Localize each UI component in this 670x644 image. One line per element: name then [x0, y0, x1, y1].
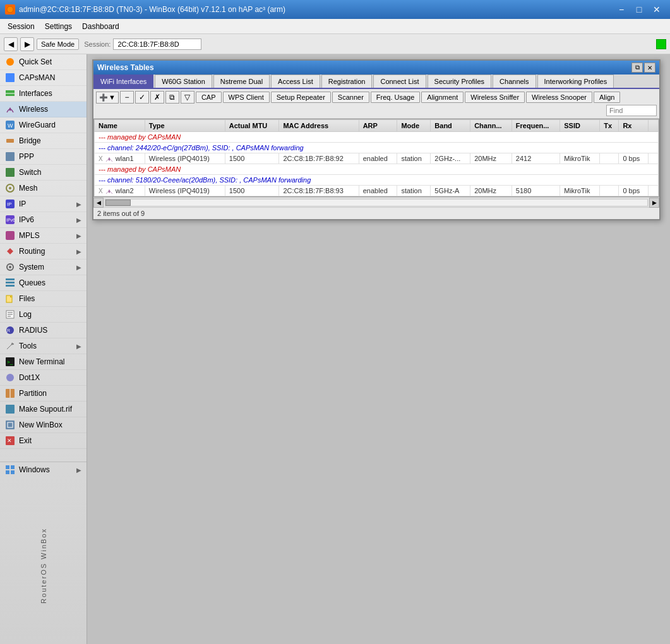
tab-interworking-profiles[interactable]: Interworking Profiles: [537, 75, 614, 88]
table-row[interactable]: --- managed by CAPsMAN: [95, 132, 659, 143]
cell-arp-wlan1: enabled: [359, 153, 397, 164]
alignment-btn[interactable]: Alignment: [421, 92, 464, 103]
sidebar-item-ip[interactable]: IP IP ▶: [0, 196, 87, 212]
sidebar-item-interfaces[interactable]: Interfaces: [0, 86, 87, 102]
menu-session[interactable]: Session: [3, 21, 40, 32]
remove-btn[interactable]: −: [120, 91, 134, 104]
safe-mode-btn[interactable]: Safe Mode: [37, 39, 79, 50]
filter-btn[interactable]: ▽: [181, 91, 194, 104]
sidebar-item-partition[interactable]: Partition: [0, 386, 87, 402]
svg-text:>_: >_: [7, 359, 13, 365]
tab-channels[interactable]: Channels: [493, 75, 535, 88]
tab-connect-list[interactable]: Connect List: [373, 75, 426, 88]
sidebar-item-radius[interactable]: R RADIUS: [0, 323, 87, 338]
cell-rx-wlan2: 0 bps: [619, 186, 649, 196]
managed-label-2: --- managed by CAPsMAN: [95, 164, 659, 175]
sidebar-item-quickset[interactable]: Quick Set: [0, 54, 87, 70]
sidebar-item-routing[interactable]: Routing ▶: [0, 244, 87, 259]
wireless-tables-window: Wireless Tables ⧉ ✕ WiFi Interfaces W60G…: [92, 59, 661, 220]
col-ssid: SSID: [560, 120, 600, 132]
sidebar-item-tools[interactable]: Tools ▶: [0, 338, 87, 354]
terminal-icon: >_: [5, 357, 15, 367]
table-row[interactable]: --- channel: 5180/20-Ceee/ac(20dBm), SSI…: [95, 175, 659, 186]
table-row[interactable]: --- channel: 2442/20-eC/gn(27dBm), SSID:…: [95, 143, 659, 153]
disable-btn[interactable]: ✗: [150, 91, 164, 104]
align-btn[interactable]: Align: [594, 92, 620, 103]
cell-channel-wlan2: 20MHz: [470, 186, 512, 196]
wps-client-btn[interactable]: WPS Client: [223, 92, 270, 103]
sidebar-item-bridge[interactable]: Bridge: [0, 133, 87, 149]
setup-repeater-btn[interactable]: Setup Repeater: [271, 92, 331, 103]
scroll-track[interactable]: [105, 199, 648, 206]
svg-rect-42: [11, 470, 15, 474]
enable-btn[interactable]: ✓: [135, 91, 149, 104]
sidebar-item-system[interactable]: System ▶: [0, 259, 87, 275]
cell-mode-wlan2: station: [397, 186, 431, 196]
close-btn[interactable]: ✕: [649, 3, 665, 16]
scanner-btn[interactable]: Scanner: [332, 92, 369, 103]
sidebar-item-wireless[interactable]: Wireless: [0, 102, 87, 117]
ppp-icon: [5, 152, 15, 162]
wt-close-btn[interactable]: ✕: [644, 63, 655, 73]
sidebar-item-terminal[interactable]: >_ New Terminal: [0, 354, 87, 370]
interfaces-table: Name Type Actual MTU MAC Address ARP Mod…: [94, 119, 659, 196]
sidebar-item-mesh[interactable]: Mesh: [0, 181, 87, 196]
system-icon: [5, 262, 15, 272]
svg-text:R: R: [7, 328, 10, 333]
svg-point-18: [9, 266, 11, 268]
sidebar-item-switch[interactable]: Switch: [0, 165, 87, 181]
minimize-btn[interactable]: −: [613, 3, 630, 16]
tools-arrow: ▶: [76, 343, 81, 350]
exit-icon: ✕: [5, 436, 15, 446]
wt-restore-btn[interactable]: ⧉: [631, 63, 643, 73]
copy-btn[interactable]: ⧉: [165, 91, 179, 104]
sidebar-item-queues[interactable]: Queues: [0, 275, 87, 291]
wireless-sniffer-btn[interactable]: Wireless Sniffer: [465, 92, 525, 103]
scroll-left-btn[interactable]: ◀: [93, 198, 104, 208]
tab-registration[interactable]: Registration: [321, 75, 373, 88]
sidebar-item-new-winbox[interactable]: New WinBox: [0, 417, 87, 433]
freq-usage-btn[interactable]: Freq. Usage: [371, 92, 421, 103]
cell-mac-wlan1: 2C:C8:1B:7F:B8:92: [279, 153, 359, 164]
sidebar-item-ppp[interactable]: PPP: [0, 149, 87, 165]
fwd-btn[interactable]: ▶: [20, 37, 34, 51]
search-input[interactable]: [606, 105, 657, 116]
table-row[interactable]: --- managed by CAPsMAN: [95, 164, 659, 175]
sidebar-item-ipv6[interactable]: IPv6 IPv6 ▶: [0, 212, 87, 228]
scroll-right-btn[interactable]: ▶: [649, 198, 659, 208]
session-value: 2C:C8:1B:7F:B8:8D: [113, 39, 201, 50]
col-expand: [649, 120, 659, 132]
sidebar-item-mpls[interactable]: MPLS ▶: [0, 228, 87, 244]
add-btn[interactable]: ➕ ▼: [96, 92, 119, 104]
maximize-btn[interactable]: □: [631, 3, 647, 16]
sidebar-item-wireguard[interactable]: W WireGuard: [0, 117, 87, 133]
tab-security-profiles[interactable]: Security Profiles: [428, 75, 491, 88]
switch-icon: [5, 167, 15, 177]
table-row[interactable]: X wlan2 Wireless (IPQ4019) 1500 2C:C8:1B…: [95, 186, 659, 196]
back-btn[interactable]: ◀: [4, 37, 18, 51]
sidebar-item-exit[interactable]: ✕ Exit: [0, 433, 87, 449]
svg-rect-35: [6, 420, 15, 429]
wireless-snooper-btn[interactable]: Wireless Snooper: [526, 92, 592, 103]
cell-band-wlan2: 5GHz-A: [431, 186, 470, 196]
sidebar-item-make-supout[interactable]: Make Supout.rif: [0, 402, 87, 417]
sidebar-item-log[interactable]: Log: [0, 307, 87, 323]
content-area: Wireless Tables ⧉ ✕ WiFi Interfaces W60G…: [87, 54, 670, 644]
menu-dashboard[interactable]: Dashboard: [77, 21, 124, 32]
menu-settings[interactable]: Settings: [40, 21, 77, 32]
cap-btn[interactable]: CAP: [196, 92, 222, 103]
tab-nstreme-dual[interactable]: Nstreme Dual: [213, 75, 270, 88]
tab-wifi-interfaces[interactable]: WiFi Interfaces: [93, 75, 153, 88]
horizontal-scrollbar[interactable]: ◀ ▶: [93, 197, 659, 207]
table-row[interactable]: X wlan1 Wireless (IPQ4019) 1500 2C:C8:1B…: [95, 153, 659, 164]
scroll-thumb[interactable]: [105, 200, 131, 206]
sidebar-item-files[interactable]: Files: [0, 291, 87, 307]
quickset-icon: [5, 57, 15, 67]
tab-access-list[interactable]: Access List: [271, 75, 320, 88]
tab-w60g[interactable]: W60G Station: [155, 75, 212, 88]
sidebar-item-capsman[interactable]: CAPsMAN: [0, 70, 87, 86]
wireguard-icon: W: [5, 120, 15, 130]
sidebar-item-dot1x[interactable]: Dot1X: [0, 370, 87, 386]
wt-window-title: Wireless Tables: [97, 63, 154, 72]
capsman-icon: [5, 73, 15, 83]
